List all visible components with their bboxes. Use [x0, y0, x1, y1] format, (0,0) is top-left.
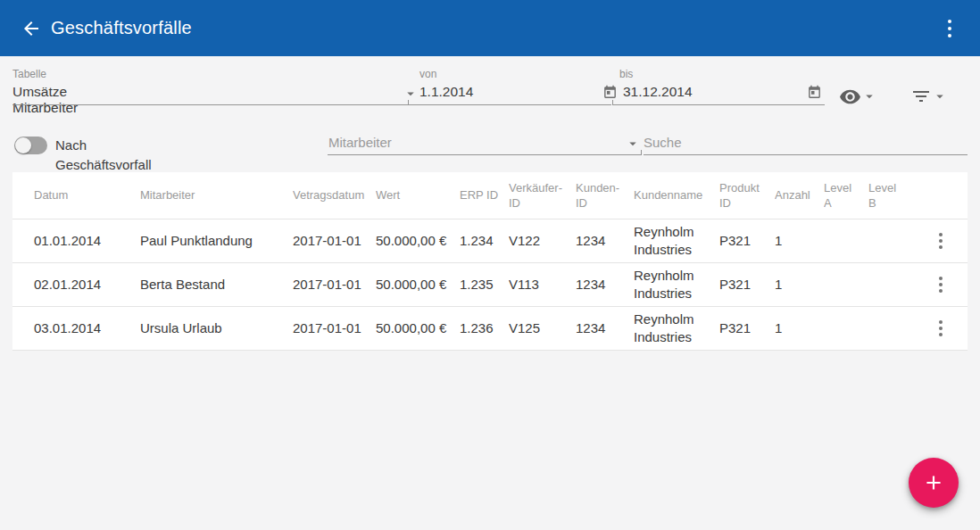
- column-header-level-b[interactable]: Level B: [868, 172, 910, 219]
- cell-level-a: [824, 262, 868, 306]
- toggle-knob: [15, 137, 31, 153]
- cell-datum: 01.01.2014: [12, 219, 140, 262]
- cell-mitarbeiter: Paul Punktlandung: [140, 219, 293, 262]
- von-label: von: [419, 68, 436, 80]
- calendar-icon[interactable]: [602, 85, 618, 100]
- cell-datum: 03.01.2014: [12, 306, 140, 350]
- cell-verkaeufer-id: V113: [509, 262, 576, 306]
- cell-anzahl: 1: [775, 306, 824, 350]
- von-value: 1.1.2014: [419, 84, 473, 100]
- cell-verkaeufer-id: V125: [509, 306, 576, 350]
- cell-anzahl: 1: [775, 219, 824, 262]
- cell-level-b: [868, 262, 910, 306]
- cell-produkt-id: P321: [719, 219, 775, 262]
- back-button[interactable]: [20, 17, 43, 40]
- column-header-datum[interactable]: Datum: [12, 172, 140, 219]
- cell-erp-id: 1.236: [460, 306, 509, 350]
- cell-wert: 50.000,00 €: [376, 219, 460, 262]
- row-menu-button[interactable]: [930, 230, 951, 252]
- arrow-back-icon: [21, 18, 42, 39]
- plus-icon: [922, 471, 945, 494]
- dropdown-caret-icon: [932, 88, 948, 104]
- column-header-kundenname[interactable]: Kundenname: [634, 172, 719, 219]
- cell-produkt-id: P321: [719, 262, 775, 306]
- tabelle-label: Tabelle: [12, 68, 46, 80]
- cell-anzahl: 1: [775, 262, 824, 306]
- cell-erp-id: 1.235: [460, 262, 509, 306]
- kebab-icon: [948, 20, 951, 23]
- column-header-erp-id[interactable]: ERP ID: [460, 172, 509, 219]
- tabelle-value: Umsätze Mitarbeiter: [12, 84, 78, 116]
- bis-label: bis: [619, 68, 633, 80]
- cell-kundenname: Reynholm Industries: [634, 219, 719, 262]
- bis-value: 31.12.2014: [623, 84, 693, 100]
- transactions-table: Datum Mitarbeiter Vetragsdatum Wert ERP …: [12, 172, 968, 351]
- table-row[interactable]: 02.01.2014 Berta Bestand 2017-01-01 50.0…: [12, 262, 968, 306]
- dropdown-caret-icon: [625, 136, 641, 152]
- mitarbeiter-placeholder: Mitarbeiter: [328, 135, 392, 150]
- kebab-icon: [939, 320, 943, 324]
- column-header-produkt-id[interactable]: Produkt ID: [719, 172, 775, 219]
- cell-vetragsdatum: 2017-01-01: [293, 306, 376, 350]
- add-entry-fab-button[interactable]: [909, 458, 959, 508]
- column-header-vetragsdatum[interactable]: Vetragsdatum: [293, 172, 376, 219]
- column-header-kunden-id[interactable]: Kunden-ID: [576, 172, 634, 219]
- cell-kundenname: Reynholm Industries: [634, 262, 719, 306]
- cell-erp-id: 1.234: [460, 219, 509, 262]
- cell-level-a: [824, 306, 868, 350]
- column-header-actions: [910, 172, 968, 219]
- table-row[interactable]: 01.01.2014 Paul Punktlandung 2017-01-01 …: [12, 219, 968, 262]
- column-header-anzahl[interactable]: Anzahl: [775, 172, 824, 219]
- cell-verkaeufer-id: V122: [509, 219, 576, 262]
- row-menu-button[interactable]: [930, 318, 951, 339]
- eye-icon: [839, 86, 861, 108]
- cell-kunden-id: 1234: [576, 262, 634, 306]
- app-bar: Geschäftsvorfälle: [0, 0, 980, 56]
- search-input[interactable]: [644, 130, 968, 153]
- cell-mitarbeiter: Berta Bestand: [140, 262, 293, 306]
- column-header-verkaeufer-id[interactable]: Verkäufer-ID: [509, 172, 576, 219]
- kebab-icon: [939, 233, 943, 236]
- calendar-icon[interactable]: [807, 85, 822, 100]
- column-header-wert[interactable]: Wert: [376, 172, 460, 219]
- page-title: Geschäftsvorfälle: [51, 0, 192, 56]
- column-header-mitarbeiter[interactable]: Mitarbeiter: [140, 172, 293, 219]
- cell-vetragsdatum: 2017-01-01: [293, 219, 376, 262]
- cell-kundenname: Reynholm Industries: [634, 306, 719, 350]
- cell-vetragsdatum: 2017-01-01: [293, 262, 376, 306]
- table-header-row: Datum Mitarbeiter Vetragsdatum Wert ERP …: [12, 172, 968, 219]
- cell-mitarbeiter: Ursula Urlaub: [140, 306, 293, 350]
- cell-level-b: [868, 219, 910, 262]
- cell-wert: 50.000,00 €: [376, 306, 460, 350]
- geschaeftsvorfaelle-screen: Geschäftsvorfälle Tabelle Umsätze Mitarb…: [0, 0, 980, 530]
- column-header-level-a[interactable]: Level A: [824, 172, 868, 219]
- cell-wert: 50.000,00 €: [376, 262, 460, 306]
- row-menu-button[interactable]: [930, 274, 951, 295]
- group-by-transaction-toggle[interactable]: [14, 137, 47, 154]
- cell-kunden-id: 1234: [576, 219, 634, 262]
- cell-produkt-id: P321: [719, 306, 775, 350]
- filter-list-icon: [910, 86, 932, 107]
- appbar-overflow-menu-button[interactable]: [939, 17, 960, 40]
- cell-kunden-id: 1234: [576, 306, 634, 350]
- cell-level-a: [824, 219, 868, 262]
- dropdown-caret-icon: [403, 86, 419, 102]
- cell-datum: 02.01.2014: [12, 262, 140, 306]
- visibility-menu-button[interactable]: [835, 84, 880, 109]
- table-row[interactable]: 03.01.2014 Ursula Urlaub 2017-01-01 50.0…: [12, 306, 968, 350]
- filter-menu-button[interactable]: [907, 84, 951, 109]
- dropdown-caret-icon: [861, 88, 877, 104]
- transactions-table-card: Datum Mitarbeiter Vetragsdatum Wert ERP …: [12, 172, 968, 351]
- cell-level-b: [868, 306, 910, 350]
- kebab-icon: [939, 277, 943, 280]
